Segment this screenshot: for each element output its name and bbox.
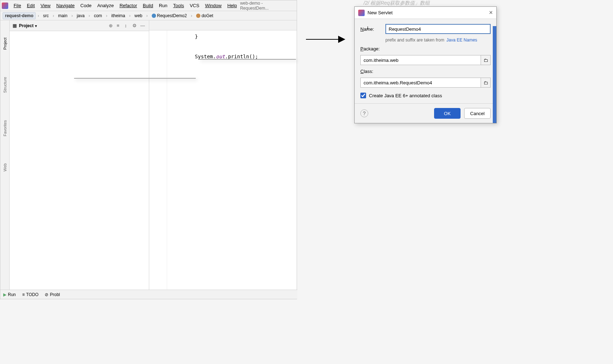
crumb-sep <box>105 13 108 18</box>
package-field[interactable] <box>360 55 481 65</box>
ok-button[interactable]: OK <box>434 108 461 119</box>
package-row: 🗀 <box>360 55 491 65</box>
collapse-icon[interactable]: ↕ <box>125 23 130 29</box>
name-row: NamIe: <box>360 24 491 34</box>
menu-build[interactable]: Build <box>140 2 156 9</box>
panel-header: ▦ Project ⊕ ≡ ↕ ⚙ — <box>10 20 149 31</box>
name-hint: prefix and suffix are taken fromJava EE … <box>385 38 491 43</box>
window-title: web-demo - RequestDem... <box>240 1 295 11</box>
crumb[interactable]: java <box>74 13 87 19</box>
panel-tools: ⊕ ≡ ↕ ⚙ — <box>109 23 146 29</box>
dialog-body: NamIe: prefix and suffix are taken fromJ… <box>355 19 496 103</box>
code-content[interactable]: } System.out.println(); <box>167 30 297 290</box>
class-field[interactable] <box>360 78 481 88</box>
gutter-favorites[interactable]: Favorites <box>3 117 7 139</box>
class-icon <box>152 14 156 18</box>
menu-run[interactable]: Run <box>156 2 170 9</box>
project-panel: ▦ Project ⊕ ≡ ↕ ⚙ — <box>10 20 149 290</box>
project-tree[interactable] <box>10 31 149 34</box>
line-numbers <box>149 30 167 290</box>
dialog-footer: ? OK Cancel <box>355 103 496 123</box>
code-editor[interactable]: } System.out.println(); <box>149 30 297 290</box>
crumb[interactable]: web <box>132 13 145 19</box>
menu-edit[interactable]: Edit <box>24 2 37 9</box>
close-icon[interactable]: × <box>489 9 493 16</box>
dialog-title: New Servlet <box>368 10 393 15</box>
menu-refactor[interactable]: Refactor <box>117 2 140 9</box>
bottom-toolbar: ▶Run ≡ TODO ⊘ Probl <box>0 290 297 299</box>
left-tool-gutter: Project Structure Favorites Web <box>0 20 10 290</box>
crumb[interactable]: RequestDemo2 <box>150 13 189 19</box>
ide-window: File Edit View Navigate Code Analyze Ref… <box>0 0 297 299</box>
crumb[interactable]: main <box>56 13 69 19</box>
annotation-text: /2/ 根据Req获取参数值」数组 <box>364 0 430 6</box>
crumb-sep <box>37 13 40 18</box>
name-field[interactable] <box>385 24 491 34</box>
name-label: NamIe: <box>360 26 382 32</box>
gutter-web[interactable]: Web <box>3 161 7 174</box>
gutter-structure[interactable]: Structure <box>3 74 7 96</box>
crumb-sep <box>70 13 74 18</box>
cancel-button[interactable]: Cancel <box>464 108 491 119</box>
editor-tabs <box>149 20 297 30</box>
crumb-sep <box>190 13 193 18</box>
crumb-sep <box>52 13 55 18</box>
annotation-bar <box>493 26 496 123</box>
crumb[interactable]: com <box>92 13 104 19</box>
menu-vcs[interactable]: VCS <box>187 2 202 9</box>
app-logo-icon <box>358 10 365 16</box>
menu-file[interactable]: File <box>11 2 24 9</box>
project-icon: ▦ <box>13 23 17 28</box>
gutter-project[interactable]: Project <box>3 35 7 53</box>
menu-window[interactable]: Window <box>203 2 224 9</box>
arrow-annotation <box>306 34 345 45</box>
menu-navigate[interactable]: Navigate <box>54 2 77 9</box>
java-ee-names-link[interactable]: Java EE Names <box>447 38 477 43</box>
annotated-checkbox[interactable] <box>360 93 366 98</box>
expand-icon[interactable]: ≡ <box>117 23 122 29</box>
new-submenu[interactable] <box>199 59 296 60</box>
checkbox-label: Create Java EE 6+ annotated class <box>369 93 442 98</box>
locate-icon[interactable]: ⊕ <box>109 23 115 29</box>
problems-tool[interactable]: ⊘ Probl <box>45 292 60 297</box>
browse-package-button[interactable]: 🗀 <box>481 55 491 65</box>
crumb-sep <box>128 13 132 18</box>
menu-help[interactable]: Help <box>225 2 239 9</box>
class-row: 🗀 <box>360 78 491 88</box>
crumb[interactable]: src <box>41 13 51 19</box>
panel-title[interactable]: Project <box>19 23 37 28</box>
hide-icon[interactable]: — <box>140 23 146 29</box>
editor-area: } System.out.println(); <box>149 20 297 290</box>
crumb-sep <box>145 13 149 18</box>
breadcrumb: request-demo src main java com itheima w… <box>0 11 297 20</box>
package-label: Package: <box>360 46 491 51</box>
menubar: File Edit View Navigate Code Analyze Ref… <box>0 0 297 11</box>
annotated-checkbox-row: Create Java EE 6+ annotated class <box>360 93 491 98</box>
crumb[interactable]: doGet <box>194 13 215 19</box>
main-area: Project Structure Favorites Web ▦ Projec… <box>0 20 297 290</box>
menu-view[interactable]: View <box>38 2 53 9</box>
run-tool[interactable]: ▶Run <box>3 292 16 297</box>
crumb-sep <box>87 13 91 18</box>
context-menu[interactable] <box>74 78 196 79</box>
crumb-project[interactable]: request-demo <box>3 12 36 19</box>
help-icon[interactable]: ? <box>360 109 368 117</box>
run-icon: ▶ <box>3 292 6 297</box>
menu-code[interactable]: Code <box>78 2 94 9</box>
new-servlet-dialog: New Servlet × NamIe: prefix and suffix a… <box>354 6 497 123</box>
dialog-titlebar: New Servlet × <box>355 7 496 19</box>
method-icon <box>196 14 200 18</box>
browse-class-button[interactable]: 🗀 <box>481 78 491 88</box>
gear-icon[interactable]: ⚙ <box>132 23 138 29</box>
todo-tool[interactable]: ≡ TODO <box>22 292 38 297</box>
class-label: Class: <box>360 69 491 74</box>
menu-analyze[interactable]: Analyze <box>95 2 116 9</box>
menu-tools[interactable]: Tools <box>171 2 186 9</box>
crumb[interactable]: itheima <box>109 13 127 19</box>
app-logo-icon <box>2 3 8 9</box>
